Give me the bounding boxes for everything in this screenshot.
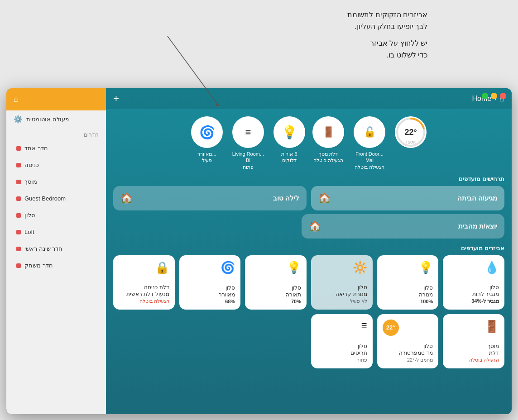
salon-fan-name: סלוןמאוורר bbox=[185, 285, 235, 299]
room-dot-musach bbox=[16, 180, 21, 184]
shortcuts-row-2: יוצא/ת מהבית 🏠 bbox=[106, 214, 512, 242]
device-garage-door[interactable]: 🚪 דלת מסךהגעילה בוטלה bbox=[312, 116, 344, 170]
shortcut-leave-label: יוצא/ת מהבית bbox=[458, 222, 497, 230]
sidebar-room-master-bedroom[interactable]: חדר שינה ראשי bbox=[9, 241, 103, 257]
room-dot-salon bbox=[16, 213, 21, 218]
room-dot-knisa bbox=[16, 163, 21, 167]
annotation-line2: יש ללחוץ על אביזר כדי לשלוט בו. bbox=[292, 38, 427, 61]
device-blind[interactable]: ≡ ...Living Room Biפתוח bbox=[230, 116, 266, 170]
window-control-yellow[interactable] bbox=[491, 93, 497, 99]
shortcut-leave-icon: 🏠 bbox=[309, 220, 321, 232]
device-garage-door-icon: 🚪 bbox=[312, 116, 344, 148]
temp-sensor-name: סלוןמד טמפרטורה bbox=[383, 343, 433, 357]
room-label-game-room: חדר משחק bbox=[24, 262, 53, 269]
blinds-status: פתוח bbox=[317, 357, 367, 363]
sidebar-room-loft[interactable]: Loft bbox=[9, 224, 103, 240]
shortcut-arrive-home[interactable]: מגיע/ה הביתה 🏠 bbox=[311, 186, 504, 210]
humidity-status: מגביר ל-34% bbox=[448, 298, 499, 304]
device-fan-label: ...מאווררפעיל bbox=[197, 151, 216, 164]
sidebar-room-game-room[interactable]: חדר משחק bbox=[9, 258, 103, 273]
salon-fan-status: 68% bbox=[185, 299, 235, 304]
lamp-icon: 💡 bbox=[383, 261, 433, 275]
reading-lamp-status: לא פעיל bbox=[317, 298, 367, 304]
reading-lamp-name: סלוןמנורת קריאה bbox=[317, 284, 367, 298]
device-card-entry-lock[interactable]: 🔒 דלת כניסהמנעול דלת ראשית הגעילה בוטלה bbox=[113, 255, 175, 310]
rooms-header: חדרים bbox=[6, 128, 106, 140]
sidebar-room-salon[interactable]: סלון bbox=[9, 207, 103, 223]
device-front-door-icon: 🔓 bbox=[354, 116, 385, 148]
devices-grid: 💧 סלוןמגביר לחות מגביר ל-34% 💡 סלוןמנורה… bbox=[106, 253, 512, 376]
device-card-garage[interactable]: 🚪 מוסךדלת הגעילה בוטלה bbox=[443, 314, 504, 368]
sidebar-room-hadar-echad[interactable]: חדר אחד bbox=[9, 140, 103, 156]
lighting-icon: 💡 bbox=[250, 261, 301, 275]
device-fan[interactable]: 🌀 ...מאווררפעיל bbox=[191, 116, 223, 170]
window-control-red[interactable] bbox=[500, 93, 506, 99]
add-button[interactable]: + bbox=[113, 93, 119, 105]
room-label-salon: סלון bbox=[24, 212, 35, 219]
device-garage-door-label: דלת מסךהגעילה בוטלה bbox=[313, 151, 343, 164]
app-window: + Home ▾ ⌂ 🌀 ...מאווררפעיל ≡ ...Living R… bbox=[6, 88, 512, 414]
lamp-name: סלוןמנורה bbox=[383, 285, 433, 299]
sidebar-room-knisa[interactable]: כניסה bbox=[9, 157, 103, 173]
sidebar-home-button[interactable]: ⌂ bbox=[6, 88, 106, 110]
shortcut-goodnight-label: לילה טוב bbox=[273, 194, 299, 202]
salon-fan-icon: 🌀 bbox=[185, 261, 235, 275]
devices-row: 🌀 ...מאווררפעיל ≡ ...Living Room Biפתוח … bbox=[106, 109, 512, 174]
device-blind-label: ...Living Room Biפתוח bbox=[230, 151, 266, 170]
automation-icon: ⚙️ bbox=[14, 115, 23, 124]
sidebar-room-guest-bedroom[interactable]: Guest Bedroom bbox=[9, 191, 103, 206]
device-temp[interactable]: 22° ↑20% bbox=[395, 116, 427, 170]
temp-progress: ↑20% bbox=[405, 140, 417, 144]
sidebar-room-musach[interactable]: מוסך bbox=[9, 174, 103, 190]
main-content: + Home ▾ ⌂ 🌀 ...מאווררפעיל ≡ ...Living R… bbox=[106, 88, 512, 414]
device-card-lamp[interactable]: 💡 סלוןמנורה 100% bbox=[377, 255, 439, 310]
device-front-door[interactable]: 🔓 ...Front Door Maiהגעילה בוטלה bbox=[351, 116, 388, 170]
annotation-line1: אביזרים הזקוקים לתשומת לבך יופיעו בחלק ה… bbox=[292, 9, 427, 32]
entry-lock-icon: 🔒 bbox=[119, 261, 169, 275]
shortcut-arrive-icon: 🏠 bbox=[318, 192, 331, 204]
device-temp-circle: 22° ↑20% bbox=[395, 116, 427, 148]
sidebar: ⌂ פעולה אוטומטית ⚙️ חדרים חדר אחד כניסה … bbox=[6, 88, 106, 414]
favorites-header: תרחישים מועדפים bbox=[106, 174, 512, 184]
room-label-musach: מוסך bbox=[24, 178, 37, 185]
room-label-loft: Loft bbox=[24, 229, 34, 235]
humidity-icon: 💧 bbox=[448, 261, 499, 275]
room-dot-game-room bbox=[16, 263, 21, 268]
blinds-name: סלוןתריסים bbox=[317, 343, 367, 357]
window-control-green[interactable] bbox=[482, 93, 488, 99]
temp-card-icon: 22° bbox=[383, 320, 399, 336]
blinds-icon: ≡ bbox=[317, 320, 367, 331]
devices-section-header: אביזרים מועדפים bbox=[106, 242, 512, 253]
top-bar: + Home ▾ ⌂ bbox=[106, 88, 512, 109]
shortcut-goodnight-icon: 🏠 bbox=[120, 192, 133, 204]
sidebar-automation[interactable]: פעולה אוטומטית ⚙️ bbox=[6, 110, 106, 128]
reading-lamp-icon: 🔆 bbox=[317, 261, 367, 275]
room-label-guest-bedroom: Guest Bedroom bbox=[24, 195, 66, 202]
window-controls bbox=[482, 93, 506, 99]
room-label-hadar-echad: חדר אחד bbox=[24, 145, 48, 152]
entry-lock-status: הגעילה בוטלה bbox=[119, 298, 169, 304]
device-lights[interactable]: 💡 6 אורותדלוקים bbox=[273, 116, 305, 170]
garage-name: מוסךדלת bbox=[448, 343, 499, 357]
device-card-salon-fan[interactable]: 🌀 סלוןמאוורר 68% bbox=[179, 255, 241, 310]
shortcut-leave-home[interactable]: יוצא/ת מהבית 🏠 bbox=[302, 214, 504, 239]
lighting-name: סלוןתאורה bbox=[250, 285, 301, 299]
annotation-callout: אביזרים הזקוקים לתשומת לבך יופיעו בחלק ה… bbox=[292, 9, 427, 66]
device-lights-label: 6 אורותדלוקים bbox=[281, 151, 297, 164]
automation-label: פעולה אוטומטית bbox=[26, 116, 69, 123]
device-card-humidity[interactable]: 💧 סלוןמגביר לחות מגביר ל-34% bbox=[443, 255, 504, 310]
room-dot-master-bedroom bbox=[16, 247, 21, 251]
room-label-master-bedroom: חדר שינה ראשי bbox=[24, 245, 62, 252]
device-card-blinds[interactable]: ≡ סלוןתריסים פתוח bbox=[311, 314, 373, 368]
shortcut-good-night[interactable]: לילה טוב 🏠 bbox=[113, 186, 307, 210]
room-dot-guest-bedroom bbox=[16, 196, 21, 201]
device-blind-icon: ≡ bbox=[232, 116, 264, 148]
device-card-reading-lamp[interactable]: 🔆 סלוןמנורת קריאה לא פעיל bbox=[311, 255, 373, 310]
device-front-door-label: ...Front Door Maiהגעילה בוטלה bbox=[351, 151, 388, 170]
humidity-name: סלוןמגביר לחות bbox=[448, 284, 499, 298]
lamp-status: 100% bbox=[383, 299, 433, 304]
sidebar-home-icon: ⌂ bbox=[14, 95, 19, 104]
device-card-temp-sensor[interactable]: 22° סלוןמד טמפרטורה מחמם ל-22° bbox=[377, 314, 439, 368]
room-dot-hadar-echad bbox=[16, 146, 21, 151]
device-card-lighting[interactable]: 💡 סלוןתאורה 70% bbox=[245, 255, 307, 310]
